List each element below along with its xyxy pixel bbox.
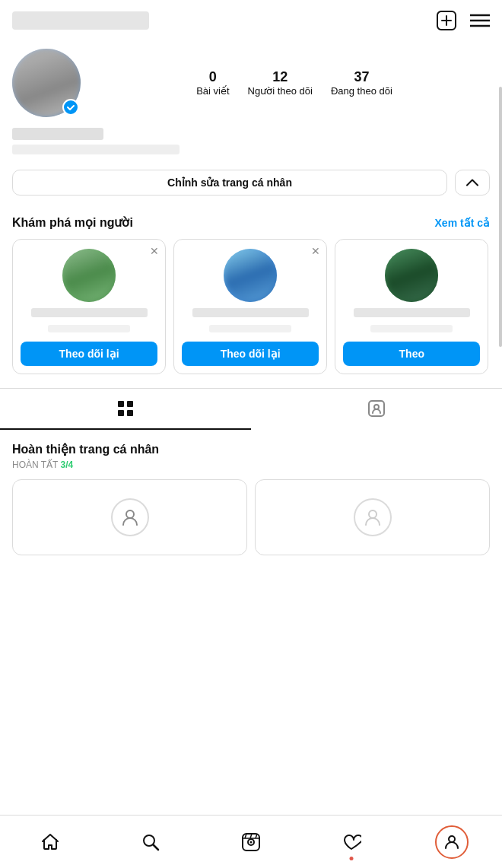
nav-reels[interactable] [201,816,301,868]
svg-point-18 [250,841,253,843]
scrollbar-thumb[interactable] [499,87,502,347]
see-all-button[interactable]: Xem tất cả [435,217,490,229]
completion-card-1[interactable] [12,479,247,555]
followers-stat[interactable]: 12 Người theo dõi [248,69,313,97]
follow-button-3[interactable]: Theo [343,342,480,366]
tab-tagged[interactable] [251,389,502,430]
expand-button[interactable] [455,170,490,196]
tab-grid[interactable] [0,389,251,430]
discover-card: ✕ Theo dõi lại [12,239,166,374]
svg-point-12 [126,510,134,518]
completion-icon-2 [354,498,392,536]
card-2-sub [209,325,291,332]
profile-nav-icon [435,825,469,859]
posts-label: Bài viết [196,85,229,97]
completion-icon-1 [111,498,149,536]
svg-point-13 [369,510,376,518]
nav-profile[interactable] [402,816,502,868]
profile-name [12,128,103,140]
scrollbar[interactable] [499,0,502,868]
profile-section: 0 Bài viết 12 Người theo dõi 37 Đang the… [0,38,502,125]
discover-header: Khám phá mọi người Xem tất cả [12,215,490,230]
nav-search[interactable] [100,816,201,868]
completion-progress: 3/4 [61,459,74,470]
follow-button-2[interactable]: Theo dõi lại [182,342,319,366]
discover-card: Theo [335,239,488,374]
discover-cards: ✕ Theo dõi lại ✕ Theo dõi lại [12,239,490,374]
header-icons [437,11,490,30]
card-3-sub [370,325,453,332]
svg-rect-7 [127,401,133,407]
following-label: Đang theo dõi [331,85,392,97]
followers-label: Người theo dõi [248,85,313,97]
content-tab-bar [0,388,502,430]
completion-title: Hoàn thiện trang cá nhân [12,442,490,456]
edit-profile-button[interactable]: Chỉnh sửa trang cá nhân [12,170,447,196]
profile-bio [12,145,180,154]
completion-section: Hoàn thiện trang cá nhân HOÀN TẤT 3/4 [0,430,502,563]
following-stat[interactable]: 37 Đang theo dõi [331,69,392,97]
completion-cards [12,479,490,555]
followers-count: 12 [272,69,288,85]
header-username [12,11,149,30]
posts-stat[interactable]: 0 Bài viết [196,69,229,97]
card-1-name [31,308,148,317]
discover-card: ✕ Theo dõi lại [173,239,327,374]
profile-info [0,125,502,164]
card-2-name [192,308,309,317]
svg-rect-8 [118,410,124,416]
discover-title: Khám phá mọi người [12,215,133,230]
menu-button[interactable] [470,14,490,27]
follow-button-1[interactable]: Theo dõi lại [21,342,157,366]
profile-avatar[interactable] [12,49,81,117]
svg-rect-6 [118,401,124,407]
posts-count: 0 [209,69,217,85]
nav-likes[interactable] [301,816,402,868]
card-3-avatar [385,249,438,302]
following-count: 37 [354,69,369,85]
close-card-2-button[interactable]: ✕ [311,246,320,256]
notification-dot [350,857,354,860]
add-post-button[interactable] [437,11,456,30]
discover-section: Khám phá mọi người Xem tất cả ✕ Theo dõi… [0,206,502,380]
nav-home[interactable] [0,816,100,868]
svg-point-23 [449,836,455,842]
header [0,0,502,38]
completion-subtitle-prefix: HOÀN TẤT [12,459,58,470]
card-1-avatar [62,249,116,302]
completion-subtitle: HOÀN TẤT 3/4 [12,459,490,470]
card-2-avatar [224,249,277,302]
verified-badge [62,99,79,116]
card-3-name [354,308,470,317]
stats-row: 0 Bài viết 12 Người theo dõi 37 Đang the… [99,69,490,97]
svg-rect-9 [127,410,133,416]
completion-card-2[interactable] [255,479,490,555]
close-card-1-button[interactable]: ✕ [150,246,159,256]
card-1-sub [48,325,130,332]
bottom-nav [0,815,502,868]
svg-line-15 [154,844,159,850]
action-buttons: Chỉnh sửa trang cá nhân [0,164,502,206]
